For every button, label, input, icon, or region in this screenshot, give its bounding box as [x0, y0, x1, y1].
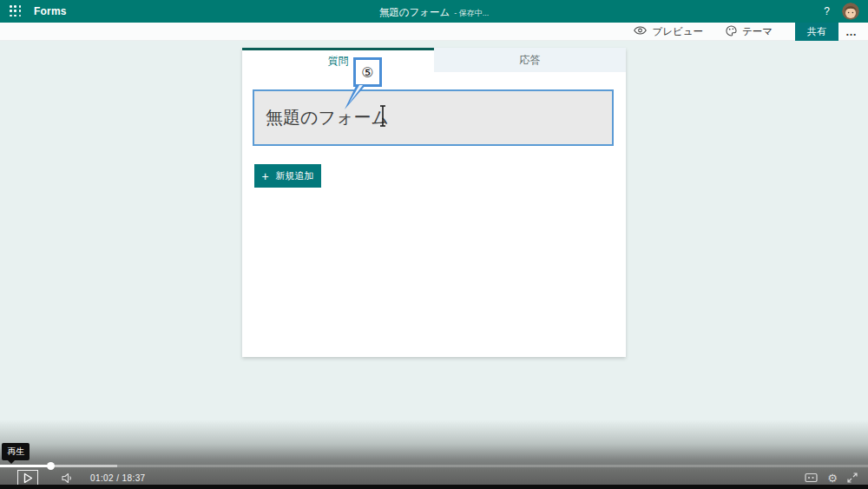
tab-questions[interactable]: 質問: [242, 48, 434, 72]
waffle-icon[interactable]: [10, 5, 22, 17]
theme-button[interactable]: テーマ: [726, 25, 773, 38]
editor-tabs: 質問 応答: [242, 48, 626, 72]
form-editor-card: 質問 応答 無題のフォーム + 新規追加: [242, 48, 626, 357]
help-icon[interactable]: ?: [824, 5, 830, 17]
text-cursor-icon: [378, 104, 387, 132]
player-bottom-strip: [0, 485, 868, 489]
share-button[interactable]: 共有: [795, 23, 838, 41]
tab-responses[interactable]: 応答: [434, 48, 626, 72]
add-new-question-button[interactable]: + 新規追加: [254, 164, 321, 188]
video-player-bar: 再生 01:02 / 18:37: [0, 420, 868, 489]
settings-gear-icon[interactable]: ⚙: [827, 472, 838, 484]
speaker-icon: [62, 472, 73, 484]
player-controls: 01:02 / 18:37 ⚙: [0, 470, 868, 486]
seek-played: [0, 465, 50, 467]
app-bar: Forms 無題のフォーム - 保存中... ?: [0, 0, 868, 23]
command-bar: プレビュー テーマ 共有 …: [0, 23, 868, 41]
preview-button[interactable]: プレビュー: [634, 25, 703, 38]
seek-track[interactable]: [0, 465, 868, 467]
avatar[interactable]: [842, 3, 859, 20]
document-title-area: 無題のフォーム - 保存中...: [379, 0, 490, 23]
save-status: - 保存中...: [454, 8, 489, 19]
more-options-button[interactable]: …: [838, 25, 865, 38]
time-display: 01:02 / 18:37: [90, 473, 146, 483]
theme-label: テーマ: [742, 25, 773, 38]
play-tooltip: 再生: [2, 443, 30, 460]
add-new-label: 新規追加: [276, 169, 314, 182]
form-title-field[interactable]: 無題のフォーム: [253, 89, 614, 146]
play-button[interactable]: [17, 470, 38, 486]
fullscreen-icon: [847, 472, 858, 483]
app-name[interactable]: Forms: [34, 5, 67, 17]
palette-icon: [726, 25, 737, 38]
fullscreen-button[interactable]: [847, 472, 858, 483]
volume-button[interactable]: [62, 472, 73, 484]
page: { "app_bar": { "app_name": "Forms", "doc…: [0, 0, 868, 489]
seek-bar[interactable]: [0, 465, 868, 467]
plus-icon: +: [261, 170, 268, 182]
captions-button[interactable]: [805, 472, 818, 483]
eye-icon: [634, 26, 647, 36]
play-icon: [23, 472, 33, 484]
annotation-callout-tail: [341, 84, 371, 110]
captions-icon: [805, 472, 818, 483]
annotation-callout: ⑤: [353, 57, 382, 87]
document-title: 無題のフォーム: [379, 6, 450, 19]
preview-label: プレビュー: [652, 25, 703, 38]
annotation-step-badge: ⑤: [353, 57, 382, 87]
seek-knob[interactable]: [47, 462, 55, 470]
